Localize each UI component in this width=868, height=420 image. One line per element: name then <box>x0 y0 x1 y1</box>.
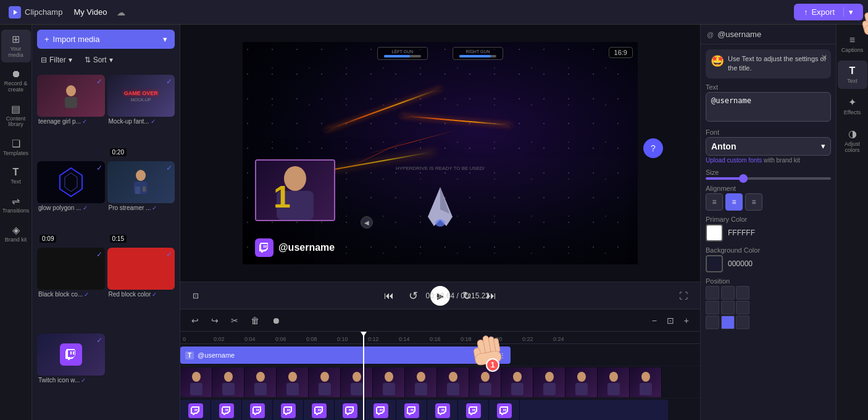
sidebar-item-your-media[interactable]: ⊞ Your media <box>1 30 31 62</box>
sidebar-item-record-create[interactable]: ⏺ Record & create <box>1 65 31 97</box>
pos-cell-mc[interactable] <box>721 301 735 314</box>
video-frame <box>341 368 373 397</box>
svg-point-36 <box>449 372 457 382</box>
font-dropdown[interactable]: Anton ▾ <box>706 137 831 156</box>
tab-captions[interactable]: ≡ Captions <box>838 30 867 58</box>
svg-rect-49 <box>640 383 652 395</box>
delete-button[interactable]: 🗑 <box>247 313 263 328</box>
pos-cell-tr[interactable] <box>736 286 749 300</box>
export-button[interactable]: ↑ Export ▾ <box>794 4 863 20</box>
text-input[interactable]: @username <box>706 92 831 122</box>
size-slider-thumb[interactable] <box>739 174 748 183</box>
sidebar-item-brand-kit[interactable]: ◈ Brand kit <box>1 220 31 247</box>
cut-button[interactable]: ✂ <box>227 313 242 328</box>
svg-point-6 <box>136 170 146 181</box>
alignment-row: ≡ ≡ ≡ <box>706 193 831 211</box>
text-clip-resize[interactable]: ⋮⋮ <box>493 352 506 359</box>
sidebar-item-templates[interactable]: ❏ Templates <box>1 134 31 161</box>
text-icon: T <box>13 167 19 178</box>
bg-color-swatch[interactable] <box>706 255 723 272</box>
video-preview[interactable]: LEFT GUN RIGHT GUN HYPERDRIVE IS READY T… <box>243 42 638 264</box>
video-frame <box>501 368 533 397</box>
app-logo[interactable]: Clipchamp <box>5 6 66 19</box>
align-right-button[interactable]: ≡ <box>745 193 762 211</box>
fullscreen-button[interactable]: ⛶ <box>677 288 690 303</box>
tab-text[interactable]: T Text 2 <box>838 61 867 89</box>
import-media-button[interactable]: + Import media ▾ <box>37 30 175 49</box>
hint-close-button[interactable]: ✕ <box>821 53 827 62</box>
bg-color-value: 000000 <box>728 259 753 268</box>
media-check-icon: ✓ <box>96 250 102 259</box>
sidebar-item-text[interactable]: T Text <box>1 163 31 189</box>
media-item[interactable]: GAME OVER MOCK-UP 0:20 ✓ Mock-up fant...… <box>107 75 175 159</box>
record-audio-button[interactable]: ⏺ <box>268 313 284 328</box>
sidebar-item-content-library[interactable]: ▤ Content library <box>1 99 31 132</box>
video-frame <box>180 368 212 397</box>
pos-cell-mr[interactable] <box>736 301 749 314</box>
media-item-label: Pro streamer ... ✓ <box>107 204 175 211</box>
zoom-out-button[interactable]: − <box>648 313 661 328</box>
media-item[interactable]: ✓ Black block co... ✓ <box>37 248 105 332</box>
aspect-ratio-badge[interactable]: 16:9 <box>609 47 633 58</box>
rewind-button[interactable]: ↺ <box>406 287 420 305</box>
media-item[interactable]: ✓ Red block color ✓ <box>107 248 175 332</box>
svg-marker-4 <box>60 168 82 196</box>
filter-dropdown-icon: ▾ <box>69 56 72 64</box>
svg-rect-64 <box>412 409 414 411</box>
sort-button[interactable]: ⇅ Sort ▾ <box>81 54 117 66</box>
text-clip[interactable]: T @username ⋮⋮ <box>180 346 511 364</box>
collapse-panel-button[interactable]: ◀ <box>361 216 373 229</box>
sidebar-item-label: Templates <box>3 151 28 157</box>
sidebar-item-transitions[interactable]: ⇌ Transitions <box>1 191 31 218</box>
media-duration: 0:20 <box>110 148 127 156</box>
svg-rect-58 <box>320 409 321 411</box>
aspect-ratio-value: 16:9 <box>614 49 627 56</box>
twitch-frame <box>365 400 396 420</box>
undo-button[interactable]: ↩ <box>188 313 202 328</box>
help-button[interactable]: ? <box>643 138 663 158</box>
media-item[interactable]: ✓ Twitch icon w... ✓ <box>37 334 105 418</box>
svg-point-44 <box>577 372 586 382</box>
media-item[interactable]: 0:09 ✓ glow polygon ... ✓ <box>37 161 105 245</box>
pos-cell-tl[interactable] <box>706 286 719 300</box>
right-panel: @ @username 🤩 Use Text to adjust the set… <box>700 25 836 420</box>
size-section-label: Size <box>706 169 831 176</box>
logo-icon <box>9 6 21 19</box>
twitch-frame <box>335 400 365 420</box>
position-grid <box>706 286 750 329</box>
project-title[interactable]: My Video <box>73 7 107 17</box>
pos-cell-br[interactable] <box>736 316 749 329</box>
timeline: ↩ ↪ ✂ 🗑 ⏺ − ⊡ + 0 0:02 <box>180 309 700 420</box>
caption-toggle[interactable]: ⊡ <box>190 289 201 303</box>
video-frame <box>244 368 277 397</box>
pos-cell-tc[interactable] <box>721 286 735 300</box>
app-name: Clipchamp <box>25 7 62 17</box>
video-frame <box>373 368 405 397</box>
media-item-label: teenage girl p... ✓ <box>37 118 105 125</box>
redo-button[interactable]: ↪ <box>207 313 222 328</box>
sidebar-item-label: Brand kit <box>5 237 27 243</box>
pos-cell-bc[interactable] <box>721 316 735 329</box>
fit-view-button[interactable]: ⊡ <box>663 313 678 328</box>
align-left-button[interactable]: ≡ <box>706 193 723 211</box>
primary-color-swatch[interactable] <box>706 224 723 242</box>
svg-marker-5 <box>65 173 77 191</box>
svg-point-30 <box>353 372 361 382</box>
svg-rect-18 <box>265 245 267 248</box>
align-center-button[interactable]: ≡ <box>725 193 743 211</box>
upload-fonts-link[interactable]: Upload custom fonts <box>706 157 762 164</box>
pos-cell-bl[interactable] <box>706 316 719 329</box>
effects-icon: ✦ <box>848 96 856 108</box>
filter-button[interactable]: ⊟ Filter ▾ <box>37 54 76 66</box>
skip-back-button[interactable]: ⏮ <box>382 288 396 304</box>
media-item[interactable]: ✓ teenage girl p... ✓ <box>37 75 105 159</box>
zoom-in-button[interactable]: + <box>680 313 693 328</box>
size-slider[interactable] <box>706 177 831 180</box>
tab-effects[interactable]: ✦ Effects <box>838 91 867 120</box>
media-item[interactable]: 0:15 ✓ Pro streamer ... ✓ <box>107 161 175 245</box>
pos-cell-ml[interactable] <box>706 301 719 314</box>
effects-label: Effects <box>844 109 861 116</box>
tab-adjust-colors[interactable]: ◑ Adjust colors <box>838 123 867 158</box>
video-frame <box>533 368 565 397</box>
svg-rect-70 <box>505 409 506 411</box>
